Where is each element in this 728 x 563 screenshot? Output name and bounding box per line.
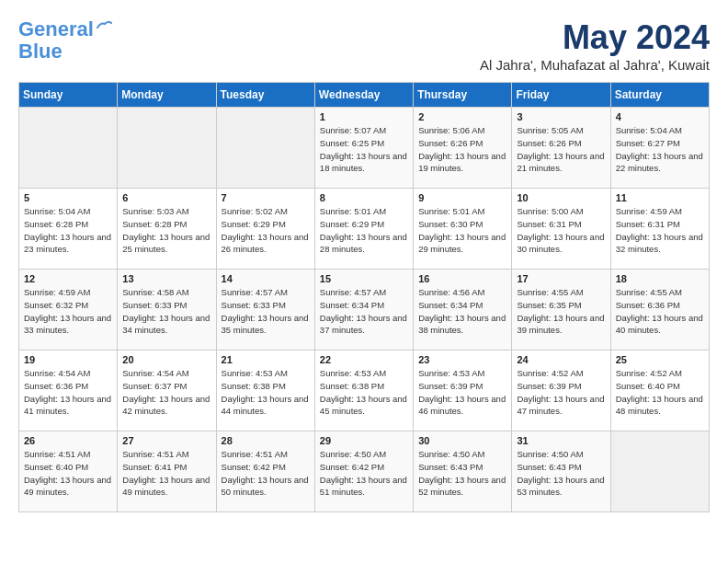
calendar-cell: 4 Sunrise: 5:04 AM Sunset: 6:27 PM Dayli… bbox=[610, 108, 709, 189]
day-number: 21 bbox=[222, 354, 310, 365]
daylight-text: Daylight: 13 hours and 53 minutes. bbox=[517, 475, 604, 498]
day-number: 24 bbox=[517, 354, 605, 365]
calendar-cell: 20 Sunrise: 4:54 AM Sunset: 6:37 PM Dayl… bbox=[118, 350, 216, 431]
sunrise-text: Sunrise: 4:50 AM bbox=[418, 449, 484, 459]
sunset-text: Sunset: 6:29 PM bbox=[222, 219, 286, 229]
sunset-text: Sunset: 6:31 PM bbox=[616, 219, 680, 229]
cell-content: Sunrise: 5:06 AM Sunset: 6:26 PM Dayligh… bbox=[418, 124, 506, 175]
cell-content: Sunrise: 4:54 AM Sunset: 6:36 PM Dayligh… bbox=[24, 367, 112, 418]
sunrise-text: Sunrise: 5:03 AM bbox=[122, 206, 188, 216]
cell-content: Sunrise: 4:55 AM Sunset: 6:36 PM Dayligh… bbox=[616, 286, 704, 337]
sunset-text: Sunset: 6:33 PM bbox=[122, 300, 187, 310]
calendar-cell: 1 Sunrise: 5:07 AM Sunset: 6:25 PM Dayli… bbox=[314, 108, 413, 189]
cell-content: Sunrise: 4:59 AM Sunset: 6:31 PM Dayligh… bbox=[616, 205, 704, 256]
sunrise-text: Sunrise: 4:58 AM bbox=[122, 287, 188, 297]
page-header: General Blue May 2024 Al Jahra', Muhafaz… bbox=[18, 18, 710, 73]
calendar-cell: 6 Sunrise: 5:03 AM Sunset: 6:28 PM Dayli… bbox=[118, 189, 216, 270]
col-header-monday: Monday bbox=[118, 83, 216, 108]
calendar-cell: 30 Sunrise: 4:50 AM Sunset: 6:43 PM Dayl… bbox=[414, 431, 512, 512]
daylight-text: Daylight: 13 hours and 22 minutes. bbox=[616, 151, 703, 174]
calendar-cell: 25 Sunrise: 4:52 AM Sunset: 6:40 PM Dayl… bbox=[610, 350, 709, 431]
calendar-cell: 23 Sunrise: 4:53 AM Sunset: 6:39 PM Dayl… bbox=[414, 350, 512, 431]
col-header-friday: Friday bbox=[512, 83, 610, 108]
col-header-sunday: Sunday bbox=[19, 83, 118, 108]
sunset-text: Sunset: 6:35 PM bbox=[517, 300, 581, 310]
daylight-text: Daylight: 13 hours and 41 minutes. bbox=[24, 394, 111, 417]
sunset-text: Sunset: 6:34 PM bbox=[320, 300, 384, 310]
daylight-text: Daylight: 13 hours and 30 minutes. bbox=[517, 232, 604, 255]
logo-blue: Blue bbox=[18, 40, 63, 63]
calendar-week-row: 19 Sunrise: 4:54 AM Sunset: 6:36 PM Dayl… bbox=[19, 350, 710, 431]
calendar-cell bbox=[118, 108, 216, 189]
sunset-text: Sunset: 6:26 PM bbox=[517, 138, 581, 148]
cell-content: Sunrise: 5:02 AM Sunset: 6:29 PM Dayligh… bbox=[222, 205, 310, 256]
sunset-text: Sunset: 6:28 PM bbox=[122, 219, 187, 229]
calendar-cell: 12 Sunrise: 4:59 AM Sunset: 6:32 PM Dayl… bbox=[19, 270, 118, 350]
sunrise-text: Sunrise: 4:54 AM bbox=[24, 368, 90, 378]
sunset-text: Sunset: 6:40 PM bbox=[24, 462, 88, 472]
daylight-text: Daylight: 13 hours and 35 minutes. bbox=[222, 313, 309, 336]
sunset-text: Sunset: 6:25 PM bbox=[320, 138, 384, 148]
daylight-text: Daylight: 13 hours and 52 minutes. bbox=[418, 475, 506, 498]
cell-content: Sunrise: 4:50 AM Sunset: 6:43 PM Dayligh… bbox=[418, 448, 506, 499]
calendar-cell: 18 Sunrise: 4:55 AM Sunset: 6:36 PM Dayl… bbox=[610, 270, 709, 350]
cell-content: Sunrise: 5:01 AM Sunset: 6:29 PM Dayligh… bbox=[320, 205, 408, 256]
cell-content: Sunrise: 4:57 AM Sunset: 6:34 PM Dayligh… bbox=[320, 286, 408, 337]
col-header-tuesday: Tuesday bbox=[216, 83, 314, 108]
sunrise-text: Sunrise: 5:04 AM bbox=[616, 125, 682, 135]
sunrise-text: Sunrise: 4:57 AM bbox=[320, 287, 386, 297]
sunrise-text: Sunrise: 5:05 AM bbox=[517, 125, 583, 135]
day-number: 23 bbox=[418, 354, 506, 365]
daylight-text: Daylight: 13 hours and 26 minutes. bbox=[222, 232, 309, 255]
daylight-text: Daylight: 13 hours and 38 minutes. bbox=[418, 313, 506, 336]
daylight-text: Daylight: 13 hours and 39 minutes. bbox=[517, 313, 604, 336]
sunrise-text: Sunrise: 4:51 AM bbox=[222, 449, 288, 459]
sunrise-text: Sunrise: 4:59 AM bbox=[24, 287, 90, 297]
day-number: 22 bbox=[320, 354, 408, 365]
sunrise-text: Sunrise: 5:01 AM bbox=[320, 206, 386, 216]
day-number: 11 bbox=[616, 192, 704, 203]
daylight-text: Daylight: 13 hours and 33 minutes. bbox=[24, 313, 111, 336]
col-header-wednesday: Wednesday bbox=[314, 83, 413, 108]
cell-content: Sunrise: 5:07 AM Sunset: 6:25 PM Dayligh… bbox=[320, 124, 408, 175]
calendar-cell: 9 Sunrise: 5:01 AM Sunset: 6:30 PM Dayli… bbox=[414, 189, 512, 270]
day-number: 7 bbox=[222, 192, 310, 203]
sunrise-text: Sunrise: 5:06 AM bbox=[418, 125, 484, 135]
sunrise-text: Sunrise: 5:04 AM bbox=[24, 206, 90, 216]
sunset-text: Sunset: 6:31 PM bbox=[517, 219, 581, 229]
sunrise-text: Sunrise: 4:54 AM bbox=[122, 368, 188, 378]
daylight-text: Daylight: 13 hours and 44 minutes. bbox=[222, 394, 309, 417]
daylight-text: Daylight: 13 hours and 40 minutes. bbox=[616, 313, 703, 336]
sunrise-text: Sunrise: 4:50 AM bbox=[517, 449, 583, 459]
sunset-text: Sunset: 6:37 PM bbox=[122, 381, 187, 391]
calendar-cell: 15 Sunrise: 4:57 AM Sunset: 6:34 PM Dayl… bbox=[314, 270, 413, 350]
day-number: 19 bbox=[24, 354, 112, 365]
calendar-cell: 26 Sunrise: 4:51 AM Sunset: 6:40 PM Dayl… bbox=[19, 431, 118, 512]
daylight-text: Daylight: 13 hours and 45 minutes. bbox=[320, 394, 407, 417]
calendar-cell: 19 Sunrise: 4:54 AM Sunset: 6:36 PM Dayl… bbox=[19, 350, 118, 431]
calendar-cell: 2 Sunrise: 5:06 AM Sunset: 6:26 PM Dayli… bbox=[414, 108, 512, 189]
calendar-cell: 29 Sunrise: 4:50 AM Sunset: 6:42 PM Dayl… bbox=[314, 431, 413, 512]
daylight-text: Daylight: 13 hours and 34 minutes. bbox=[122, 313, 210, 336]
day-number: 9 bbox=[418, 192, 506, 203]
day-number: 10 bbox=[517, 192, 605, 203]
calendar-cell: 21 Sunrise: 4:53 AM Sunset: 6:38 PM Dayl… bbox=[216, 350, 314, 431]
calendar-cell: 16 Sunrise: 4:56 AM Sunset: 6:34 PM Dayl… bbox=[414, 270, 512, 350]
day-number: 26 bbox=[24, 435, 112, 446]
cell-content: Sunrise: 4:51 AM Sunset: 6:42 PM Dayligh… bbox=[222, 448, 310, 499]
sunset-text: Sunset: 6:43 PM bbox=[517, 462, 581, 472]
cell-content: Sunrise: 4:57 AM Sunset: 6:33 PM Dayligh… bbox=[222, 286, 310, 337]
day-number: 8 bbox=[320, 192, 408, 203]
calendar-cell: 31 Sunrise: 4:50 AM Sunset: 6:43 PM Dayl… bbox=[512, 431, 610, 512]
sunrise-text: Sunrise: 4:50 AM bbox=[320, 449, 386, 459]
logo-general: General bbox=[18, 17, 94, 40]
daylight-text: Daylight: 13 hours and 49 minutes. bbox=[122, 475, 210, 498]
day-number: 25 bbox=[616, 354, 704, 365]
sunset-text: Sunset: 6:28 PM bbox=[24, 219, 88, 229]
sunset-text: Sunset: 6:32 PM bbox=[24, 300, 88, 310]
cell-content: Sunrise: 4:55 AM Sunset: 6:35 PM Dayligh… bbox=[517, 286, 605, 337]
daylight-text: Daylight: 13 hours and 49 minutes. bbox=[24, 475, 111, 498]
cell-content: Sunrise: 5:04 AM Sunset: 6:27 PM Dayligh… bbox=[616, 124, 704, 175]
cell-content: Sunrise: 4:52 AM Sunset: 6:40 PM Dayligh… bbox=[616, 367, 704, 418]
sunset-text: Sunset: 6:36 PM bbox=[616, 300, 680, 310]
